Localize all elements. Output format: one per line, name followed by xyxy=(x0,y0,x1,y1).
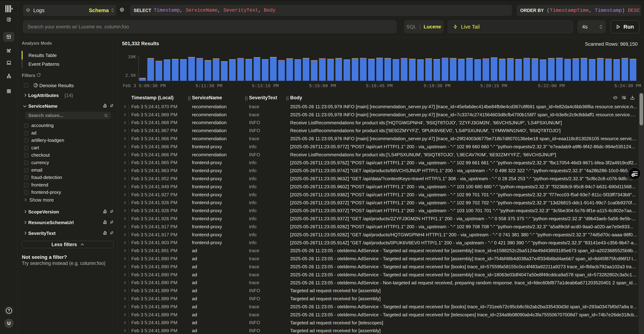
svg-text:2.5K: 2.5K xyxy=(125,73,136,78)
svg-text:5:22:00 PM: 5:22:00 PM xyxy=(538,83,565,89)
svg-text:Feb 3 5:09:30 PM: Feb 3 5:09:30 PM xyxy=(123,83,166,89)
svg-text:10K: 10K xyxy=(128,54,136,60)
svg-text:5:18:30 PM: 5:18:30 PM xyxy=(424,83,450,89)
svg-text:5:24:30 PM: 5:24:30 PM xyxy=(614,83,641,89)
svg-text:5:11:30 PM: 5:11:30 PM xyxy=(196,83,222,89)
svg-text:5:15:00 PM: 5:15:00 PM xyxy=(309,83,336,89)
svg-text:5:16:45 PM: 5:16:45 PM xyxy=(366,83,393,89)
svg-text:5:20:15 PM: 5:20:15 PM xyxy=(480,83,507,89)
svg-text:5:13:15 PM: 5:13:15 PM xyxy=(252,83,279,89)
